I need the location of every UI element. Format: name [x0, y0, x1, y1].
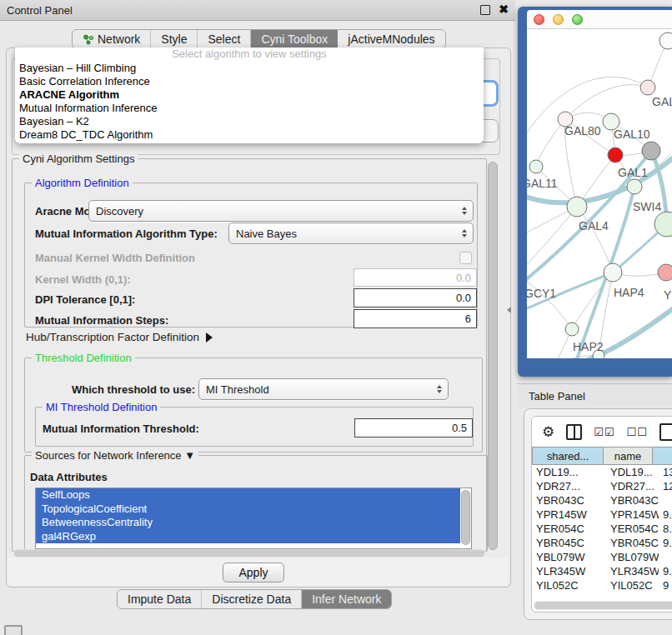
- mi-threshold-field[interactable]: 0.5: [354, 418, 473, 438]
- network-edge: [536, 119, 565, 167]
- tab-label: Network: [98, 32, 140, 46]
- stepper-arrows-icon: [462, 207, 467, 215]
- algorithm-option[interactable]: Dream8 DC_TDC Algorithm: [15, 128, 484, 142]
- cyni-algorithm-settings-group: Cyni Algorithm Settings Algorithm Defini…: [12, 158, 487, 552]
- manual-kernel-width-checkbox[interactable]: [459, 252, 472, 264]
- table-cell: YPR145W: [532, 508, 606, 522]
- tab-label: Select: [208, 32, 240, 46]
- float-window-icon[interactable]: [480, 5, 490, 15]
- mac-minimize-icon[interactable]: [553, 14, 564, 25]
- table-cell: YBR043C: [532, 493, 606, 508]
- node-gal1[interactable]: [608, 148, 623, 162]
- settings-horizontal-scrollbar[interactable]: [13, 549, 485, 558]
- network-canvas[interactable]: GALGAL80GAL10GAL1GAL11SWI4GAL4GCY1HAP4YH…: [527, 29, 672, 358]
- tab-impute-data[interactable]: Impute Data: [118, 590, 202, 608]
- dpi-tolerance-field[interactable]: 0.0: [354, 288, 477, 308]
- panel-splitter-icon[interactable]: [507, 307, 511, 313]
- hub-definition-toggle[interactable]: Hub/Transcription Factor Definition: [26, 331, 213, 343]
- kernel-width-label: Kernel Width (0,1):: [35, 273, 131, 286]
- data-attribute-item[interactable]: TopologicalCoefficient: [36, 502, 460, 517]
- algorithm-definition-group: Algorithm Definition Aracne Mode: Discov…: [24, 182, 478, 328]
- data-attributes-list[interactable]: SelfLoopsTopologicalCoefficientBetweenne…: [35, 488, 472, 549]
- split-columns-icon[interactable]: [566, 424, 582, 440]
- table-row[interactable]: YER054CYER054C8.: [532, 522, 672, 536]
- data-attribute-item[interactable]: gal4RGexp: [36, 530, 460, 544]
- tab-jactivemnodules[interactable]: jActiveMNodules: [338, 30, 444, 48]
- control-panel-title: Control Panel: [7, 4, 73, 17]
- node-label: GCY1: [527, 287, 556, 300]
- node-label: GAL80: [564, 124, 601, 138]
- node-gal4[interactable]: [567, 197, 587, 217]
- node-swi4[interactable]: [627, 179, 642, 194]
- tab-cyni-toolbox[interactable]: Cyni Toolbox: [251, 30, 338, 48]
- table-row[interactable]: YBL079WYBL079W: [532, 550, 672, 564]
- table-row[interactable]: YBR045CYBR045C9.: [532, 536, 672, 550]
- table-body: YDL19...YDL19...13YDR27...YDR27...12YBR0…: [532, 465, 672, 602]
- close-icon[interactable]: ✖: [499, 2, 509, 16]
- table-cell: 8.: [659, 522, 672, 536]
- data-attributes-label: Data Attributes: [30, 471, 108, 483]
- algorithm-option[interactable]: Basic Correlation Inference: [15, 75, 484, 88]
- grid-icon[interactable]: [659, 423, 672, 441]
- mac-close-icon[interactable]: [534, 14, 544, 25]
- mi-steps-field[interactable]: 6: [354, 309, 477, 328]
- network-view-window[interactable]: GALGAL80GAL10GAL1GAL11SWI4GAL4GCY1HAP4YH…: [518, 7, 672, 377]
- column-header-a[interactable]: A: [653, 447, 672, 465]
- node-gal-pink[interactable]: [640, 80, 655, 95]
- select-all-checks-icon[interactable]: ☑☑: [594, 426, 614, 438]
- table-row[interactable]: YPR145WYPR145W9.: [532, 508, 672, 522]
- node-hap2[interactable]: [565, 322, 579, 336]
- list-scrollbar-thumb[interactable]: [461, 490, 470, 545]
- settings-vertical-scrollbar[interactable]: [488, 162, 498, 550]
- node-hap4[interactable]: [604, 263, 622, 282]
- kernel-width-field[interactable]: 0.0: [354, 268, 477, 287]
- apply-button-label: Apply: [238, 566, 268, 579]
- table-cell: YER054C: [606, 522, 659, 536]
- table-panel-titlebar: Table Panel: [517, 383, 672, 408]
- mi-algorithm-type-select[interactable]: Naive Bayes: [228, 222, 474, 244]
- data-attribute-item[interactable]: BetweennessCentrality: [36, 516, 460, 530]
- table-row[interactable]: YDR27...YDR27...12: [532, 479, 672, 493]
- threshold-definition-group: Threshold Definition Which threshold to …: [24, 358, 483, 452]
- algorithm-option[interactable]: ARACNE Algorithm: [15, 88, 484, 102]
- column-header-shared-[interactable]: shared...: [532, 447, 604, 465]
- data-attribute-item[interactable]: SelfLoops: [36, 488, 460, 502]
- apply-button[interactable]: Apply: [223, 562, 284, 582]
- tab-infer-network[interactable]: Infer Network: [302, 590, 391, 608]
- algorithm-option[interactable]: Bayesian – Hill Climbing: [15, 62, 484, 75]
- table-row[interactable]: YBR043CYBR043C: [532, 493, 672, 508]
- node-pink-right[interactable]: [658, 264, 672, 281]
- node-top-partial[interactable]: [659, 32, 672, 49]
- network-icon: [83, 34, 93, 45]
- node-label: GAL1: [618, 166, 648, 179]
- table-row[interactable]: YLR345WYLR345W9.: [532, 564, 672, 578]
- mi-threshold-group: MI Threshold Definition Mutual Informati…: [35, 407, 474, 447]
- manual-kernel-width-label: Manual Kernel Width Definition: [35, 252, 195, 264]
- minimized-panel-icon[interactable]: [4, 625, 23, 635]
- tab-network[interactable]: Network: [73, 30, 151, 48]
- mac-zoom-icon[interactable]: [572, 14, 583, 25]
- table-panel: ⚙ ☑☑ ☐☐ shared...nameA YDL19...YDL19...1…: [524, 408, 672, 620]
- table-row[interactable]: YIL052CYIL052C9: [532, 578, 672, 592]
- aracne-mode-select[interactable]: Discovery: [88, 200, 474, 222]
- cyni-bottom-tabbar: Impute DataDiscretize DataInfer Network: [117, 589, 392, 609]
- node-gal11[interactable]: [529, 160, 543, 173]
- tab-select[interactable]: Select: [198, 30, 251, 48]
- tab-discretize-data[interactable]: Discretize Data: [202, 590, 302, 608]
- tab-style[interactable]: Style: [151, 30, 198, 48]
- gear-icon[interactable]: ⚙: [542, 425, 554, 439]
- table-cell: YER054C: [532, 522, 606, 536]
- mi-algorithm-type-value: Naive Bayes: [236, 228, 297, 240]
- table-cell: YPR145W: [606, 508, 659, 522]
- sources-title[interactable]: Sources for Network Inference ▼: [32, 449, 198, 462]
- column-header-name[interactable]: name: [604, 447, 653, 465]
- table-horizontal-scrollbar[interactable]: [534, 601, 672, 610]
- which-threshold-select[interactable]: MI Threshold: [198, 378, 449, 400]
- algorithm-option[interactable]: Mutual Information Inference: [15, 102, 484, 115]
- hub-definition-label: Hub/Transcription Factor Definition: [26, 331, 199, 343]
- table-row[interactable]: YDL19...YDL19...13: [532, 465, 672, 479]
- dpi-tolerance-label: DPI Tolerance [0,1]:: [35, 293, 135, 306]
- node-gray[interactable]: [642, 142, 660, 160]
- deselect-checks-icon[interactable]: ☐☐: [627, 426, 648, 438]
- algorithm-option[interactable]: Bayesian – K2: [15, 115, 484, 128]
